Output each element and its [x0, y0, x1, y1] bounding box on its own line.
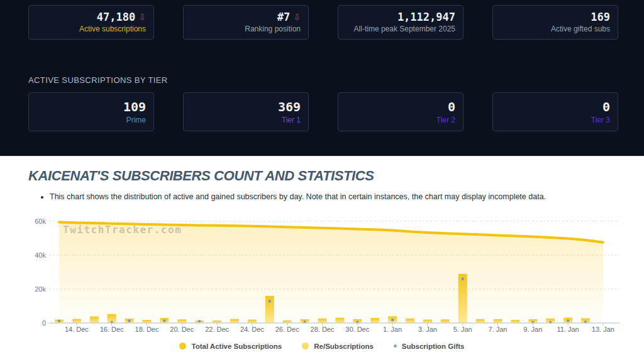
tier-card-tier3: 0 Tier 3: [492, 92, 618, 131]
legend-item-subscription-gifts[interactable]: Subscription Gifts: [394, 343, 465, 350]
tier-value: 109: [123, 100, 146, 114]
svg-text:7. Jan: 7. Jan: [489, 326, 508, 333]
svg-text:16. Dec: 16. Dec: [100, 326, 124, 333]
stat-card-active-gifted-subs: 169 Active gifted subs: [492, 5, 618, 40]
tier-stats-row: 109 Prime 369 Tier 1 0 Tier 2 0 Tier 3: [0, 92, 644, 131]
stat-value: 1,112,947: [397, 11, 455, 24]
svg-text:20. Dec: 20. Dec: [170, 326, 194, 333]
tier-label: Tier 2: [436, 116, 455, 124]
tier-card-tier2: 0 Tier 2: [338, 92, 464, 131]
svg-text:11. Jan: 11. Jan: [557, 326, 579, 333]
stat-card-alltime-peak: 1,112,947 All-time peak September 2025: [338, 5, 464, 40]
stat-number: 169: [591, 11, 610, 24]
stats-panel: 47,180⇩ Active subscriptions #7⇩ Ranking…: [0, 0, 644, 156]
main-content: KAICENAT'S SUBSCRIBERS COUNT AND STATIST…: [0, 156, 644, 350]
legend-dot-icon: [302, 343, 309, 349]
legend-label: Total Active Subscriptions: [191, 343, 282, 350]
svg-text:18. Dec: 18. Dec: [135, 326, 159, 333]
subscribers-chart[interactable]: 020k40k60k14. Dec16. Dec18. Dec20. Dec22…: [0, 209, 644, 337]
svg-text:24. Dec: 24. Dec: [240, 326, 264, 333]
svg-text:9. Jan: 9. Jan: [523, 326, 542, 333]
chart-note-list: This chart shows the distribution of act…: [0, 192, 644, 202]
tier-label: Tier 3: [591, 116, 610, 124]
legend-dot-icon: [179, 343, 186, 349]
top-stats-row: 47,180⇩ Active subscriptions #7⇩ Ranking…: [0, 0, 644, 40]
svg-text:60k: 60k: [35, 217, 46, 224]
svg-text:3. Jan: 3. Jan: [418, 326, 437, 333]
tier-label: Prime: [126, 116, 146, 124]
down-arrow-icon: ⇩: [138, 12, 146, 22]
stat-label: All-time peak September 2025: [354, 25, 455, 33]
legend-label: Re/Subscriptions: [314, 343, 374, 350]
svg-text:14. Dec: 14. Dec: [65, 326, 89, 333]
chart-note: This chart shows the distribution of act…: [50, 192, 644, 202]
svg-text:1. Jan: 1. Jan: [383, 326, 402, 333]
page-title: KAICENAT'S SUBSCRIBERS COUNT AND STATIST…: [28, 168, 644, 184]
svg-text:0: 0: [42, 319, 46, 326]
tier-card-prime: 109 Prime: [28, 92, 154, 131]
stat-value: #7⇩: [277, 11, 301, 24]
svg-text:26. Dec: 26. Dec: [275, 326, 299, 333]
stat-card-active-subscriptions: 47,180⇩ Active subscriptions: [28, 5, 154, 40]
stat-number: 1,112,947: [397, 11, 455, 24]
svg-text:40k: 40k: [35, 251, 46, 258]
tier-label: Tier 1: [282, 116, 301, 124]
chart-legend: Total Active Subscriptions Re/Subscripti…: [0, 343, 644, 350]
stat-label: Ranking position: [245, 25, 301, 33]
stat-card-ranking-position: #7⇩ Ranking position: [183, 5, 309, 40]
legend-label: Subscription Gifts: [402, 343, 465, 350]
stat-number: #7: [277, 11, 290, 24]
stat-label: Active gifted subs: [551, 25, 610, 33]
stat-value: 47,180⇩: [97, 11, 146, 24]
tier-value: 0: [602, 100, 610, 114]
legend-dot-icon: [394, 344, 397, 348]
stat-label: Active subscriptions: [79, 25, 146, 33]
legend-item-total-active-subscriptions[interactable]: Total Active Subscriptions: [179, 343, 282, 350]
svg-text:5. Jan: 5. Jan: [453, 326, 472, 333]
stat-value: 169: [591, 11, 610, 24]
svg-text:30. Dec: 30. Dec: [345, 326, 369, 333]
tier-section-heading: ACTIVE SUBSCRIPTIONS BY TIER: [28, 75, 644, 85]
tier-value: 369: [278, 100, 301, 114]
subscribers-chart-canvas[interactable]: 020k40k60k14. Dec16. Dec18. Dec20. Dec22…: [0, 209, 644, 337]
legend-item-resubscriptions[interactable]: Re/Subscriptions: [302, 343, 374, 350]
down-arrow-icon: ⇩: [293, 12, 301, 22]
stat-number: 47,180: [97, 11, 135, 24]
tier-card-tier1: 369 Tier 1: [183, 92, 309, 131]
svg-text:20k: 20k: [35, 285, 46, 292]
svg-text:22. Dec: 22. Dec: [205, 326, 229, 333]
svg-text:13. Jan: 13. Jan: [592, 326, 614, 333]
svg-text:28. Dec: 28. Dec: [311, 326, 335, 333]
tier-value: 0: [448, 100, 455, 114]
